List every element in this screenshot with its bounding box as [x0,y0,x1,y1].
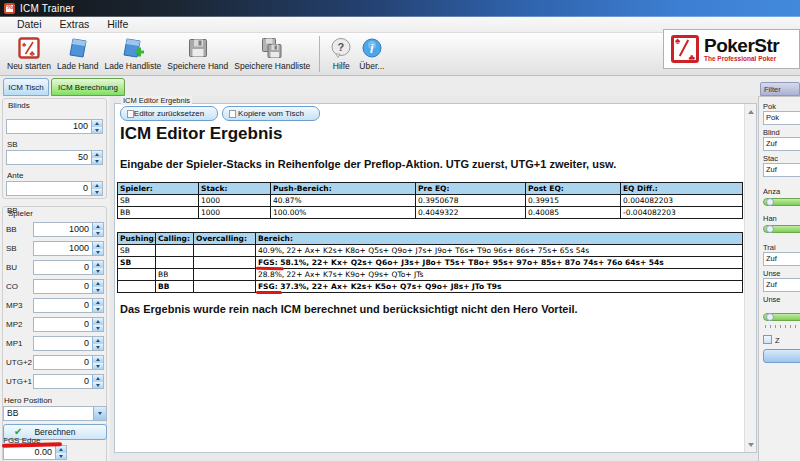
filter-label: Stac [763,154,778,163]
filter-label: Pok [763,102,776,111]
copy-from-table-button[interactable]: Kopiere vom Tisch [222,106,320,121]
filter-panel: Pok Pok Blind Zuf Stac Zuf Anza Han Trai… [758,96,800,461]
table-header-row: Pushing: Calling: Overcalling: Bereich: [118,233,743,245]
toolbar-separator [319,36,320,72]
tab-icm-berechnung[interactable]: ICM Berechnung [51,78,125,96]
bb-blind-input[interactable]: 100 [6,119,103,134]
table-header-row: Spieler: Stack: Push-Bereich: Pre EQ: Po… [118,183,743,195]
intro-text: Eingabe der Spieler-Stacks in Reihenfolg… [120,158,616,170]
bb-blind-spinner[interactable] [91,120,102,133]
new-session-button[interactable]: ♠ ♣ Neu starten [4,35,54,75]
filter-slider[interactable] [763,313,800,321]
about-button[interactable]: i Über... [356,35,387,75]
menu-extras[interactable]: Extras [51,17,99,32]
stack-mp3-input[interactable]: 0 [33,298,104,313]
sb-blind-label: SB [7,140,18,149]
restart-icon: ♠ ♣ [17,35,41,60]
chevron-down-icon[interactable] [93,407,106,420]
tab-filter[interactable]: Filter [760,82,800,96]
stack-co-input[interactable]: 0 [33,279,104,294]
stack-bu-spinner[interactable] [92,261,103,274]
sb-blind-input[interactable]: 50 [6,150,103,165]
annotation-underline-fgs-range [256,267,284,270]
ante-label: Ante [7,171,23,180]
svg-text:♣: ♣ [29,49,35,58]
stack-mp1-spinner[interactable] [92,337,103,350]
stack-mp1-input[interactable]: 0 [33,336,104,351]
ante-spinner[interactable] [91,182,102,195]
stack-mp2-spinner[interactable] [92,318,103,331]
editor-reset-button[interactable]: Editor zurücksetzen [120,106,218,121]
load-hand-button[interactable]: Lade Hand [54,35,102,75]
filter-label: Trai [763,243,776,252]
save-hand-button[interactable]: Speichere Hand [164,35,231,75]
filter-select[interactable]: Pok [763,111,800,125]
stack-sb-input[interactable]: 1000 [33,241,104,256]
filter-select[interactable]: Zuf [763,137,800,151]
stack-utg2-spinner[interactable] [92,356,103,369]
svg-text:?: ? [338,41,345,53]
filter-select[interactable]: Zuf [763,278,800,292]
editor-group-title: ICM Editor Ergebnis [121,96,192,105]
stack-sb-label: SB [6,244,17,253]
sidebar: Blinds BB 100 SB 50 Ante 0 Spieler BB [0,96,110,461]
filter-button[interactable] [763,349,800,363]
stack-bu-input[interactable]: 0 [33,260,104,275]
page-icon [127,110,134,118]
filter-label: Unse [763,269,781,278]
stack-utg1-input[interactable]: 0 [33,374,104,389]
main-scrollbar[interactable] [744,104,756,452]
table-row-fgs: SB FGS: 58.1%, 22+ Kx+ Q2s+ Q6o+ J3s+ J8… [118,257,743,269]
stack-utg1-label: UTG+1 [6,377,32,386]
filter-slider[interactable] [763,225,800,233]
table-row: BB 1000 100.00% 0.4049322 0.40085 -0.004… [118,207,743,219]
stack-bb-label: BB [6,225,17,234]
toolbar-label: Speichere Handliste [234,61,310,71]
help-button[interactable]: ? Hilfe [326,35,356,75]
save-hand-icon [186,35,210,60]
stack-sb-spinner[interactable] [92,242,103,255]
table-row: SB 40.9%, 22+ Ax+ K2s+ K8o+ Q5s+ Q9o+ J7… [118,245,743,257]
menu-hilfe[interactable]: Hilfe [98,17,137,32]
stack-bb-spinner[interactable] [92,223,103,236]
filter-checkbox[interactable] [763,335,772,344]
stack-mp3-label: MP3 [6,301,22,310]
stack-co-spinner[interactable] [92,280,103,293]
load-hand-icon [66,35,90,60]
titlebar[interactable]: ICM Trainer [0,0,800,17]
icm-trainer-window: ICM Trainer Datei Extras Hilfe ♠ ♣ Neu s… [0,0,800,461]
ante-input[interactable]: 0 [6,181,103,196]
pokerstrategy-logo: ♠♣ PokerStr The Professional Poker [663,29,800,69]
filter-select[interactable]: Zuf [763,163,800,177]
stack-utg1-spinner[interactable] [92,375,103,388]
about-icon: i [360,35,384,60]
load-handlist-button[interactable]: Lade Handliste [102,35,165,75]
tabbar: ICM Tisch ICM Berechnung [0,76,800,96]
logo-name: PokerStr [704,36,779,55]
hero-position-select[interactable]: BB [3,406,107,421]
sb-blind-spinner[interactable] [91,151,102,164]
page-icon [229,110,236,118]
help-icon: ? [329,35,353,60]
filter-select[interactable]: Zuf [763,252,800,266]
table-row: SB 1000 40.87% 0.3950678 0.39915 0.00408… [118,195,743,207]
scroll-up-icon[interactable] [745,105,756,118]
menu-datei[interactable]: Datei [8,17,51,32]
filter-slider[interactable] [763,198,800,206]
save-handlist-button[interactable]: Speichere Handliste [231,35,313,75]
toolbar-label: Hilfe [333,61,350,71]
stack-mp3-spinner[interactable] [92,299,103,312]
stack-mp2-input[interactable]: 0 [33,317,104,332]
load-handlist-icon [121,35,145,60]
scroll-down-icon[interactable] [745,438,756,451]
toolbar-label: Neu starten [7,61,51,71]
fgs-edge-spinner[interactable] [55,446,66,459]
slider-ticks [765,325,800,328]
stack-co-label: CO [6,282,18,291]
toolbar-label: Lade Hand [57,61,99,71]
stack-utg2-input[interactable]: 0 [33,355,104,370]
tab-icm-tisch[interactable]: ICM Tisch [3,78,49,96]
range-table: Pushing: Calling: Overcalling: Bereich: … [117,232,743,293]
stack-bb-input[interactable]: 1000 [33,222,104,237]
hero-position-label: Hero Position [4,396,52,405]
